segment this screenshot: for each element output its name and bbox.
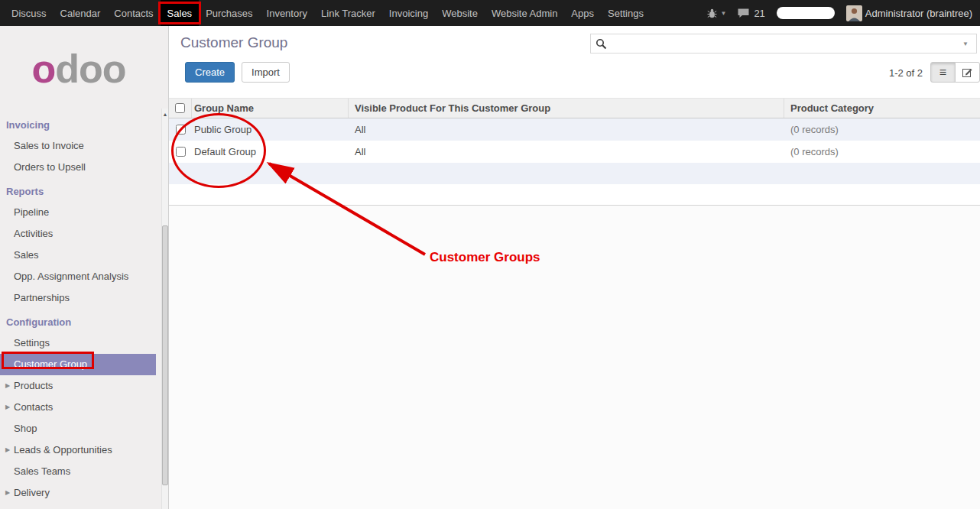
customer-group-table: Group Name Visible Product For This Cust… <box>169 98 980 206</box>
cell-group-name: Default Group <box>192 146 349 157</box>
form-view-button[interactable] <box>955 62 980 83</box>
nav-sales[interactable]: Sales <box>161 0 200 26</box>
cell-visible-product: All <box>349 146 784 157</box>
table-row-public-group[interactable]: Public Group All (0 records) <box>169 118 980 141</box>
nav-settings[interactable]: Settings <box>601 0 651 26</box>
sidebar-item-leads-opportunities[interactable]: ▶Leads & Opportunities <box>0 439 156 461</box>
list-view-button[interactable]: ≡ <box>930 62 956 83</box>
sidebar-item-shop[interactable]: Shop <box>0 418 156 439</box>
nav-website-admin[interactable]: Website Admin <box>485 0 564 26</box>
debug-menu[interactable]: ▼ <box>707 8 726 18</box>
nav-website[interactable]: Website <box>435 0 485 26</box>
search-options-caret-icon[interactable]: ▼ <box>959 41 972 47</box>
sidebar-item-label: Customer Group <box>14 358 87 370</box>
user-name: Administrator (braintree) <box>865 8 972 19</box>
column-header-visible-product[interactable]: Visible Product For This Customer Group <box>349 99 784 118</box>
scrollbar-thumb[interactable] <box>162 225 168 485</box>
page-title: Customer Group <box>180 34 287 51</box>
sidebar-section-configuration: Configuration <box>0 309 156 332</box>
nav-invoicing[interactable]: Invoicing <box>382 0 435 26</box>
search-bar: ▼ <box>590 34 977 53</box>
sidebar-scrollbar[interactable]: ▲ <box>161 109 168 509</box>
sidebar-item-contacts[interactable]: ▶Contacts <box>0 397 156 418</box>
create-button[interactable]: Create <box>185 62 235 83</box>
cell-group-name: Public Group <box>192 124 349 135</box>
sidebar-item-orders-to-upsell[interactable]: Orders to Upsell <box>0 157 156 178</box>
row-checkbox[interactable] <box>176 147 186 157</box>
sidebar-nav: Invoicing Sales to Invoice Orders to Ups… <box>0 112 156 504</box>
search-input[interactable] <box>611 38 959 50</box>
messages-count: 21 <box>754 8 764 19</box>
sidebar-item-activities[interactable]: Activities <box>0 223 156 245</box>
nav-apps[interactable]: Apps <box>564 0 601 26</box>
table-header-row: Group Name Visible Product For This Cust… <box>169 98 980 118</box>
user-avatar <box>846 5 862 21</box>
sidebar: odoo Invoicing Sales to Invoice Orders t… <box>0 26 168 509</box>
chevron-right-icon: ▶ <box>5 439 10 461</box>
nav-calendar[interactable]: Calendar <box>54 0 108 26</box>
sidebar-item-customer-group[interactable]: Customer Group <box>0 354 156 375</box>
control-panel: Customer Group ▼ Create Import 1-2 of 2 <box>169 26 980 98</box>
nav-inventory[interactable]: Inventory <box>260 0 314 26</box>
messages-menu[interactable]: 21 <box>738 8 764 19</box>
odoo-logo: odoo <box>0 26 168 112</box>
logo-letter-magenta: o <box>31 46 55 92</box>
sidebar-item-delivery[interactable]: ▶Delivery <box>0 482 156 504</box>
sidebar-item-pipeline[interactable]: Pipeline <box>0 202 156 223</box>
sidebar-item-sales-teams[interactable]: Sales Teams <box>0 461 156 482</box>
empty-row <box>169 184 980 206</box>
app-menu: Discuss Calendar Contacts Sales Purchase… <box>0 0 651 26</box>
edit-icon <box>962 67 972 77</box>
empty-row <box>169 163 980 184</box>
nav-link-tracker[interactable]: Link Tracker <box>314 0 382 26</box>
cell-visible-product: All <box>349 124 784 135</box>
action-buttons: Create Import <box>185 62 290 83</box>
chevron-right-icon: ▶ <box>5 482 10 504</box>
sidebar-item-sales[interactable]: Sales <box>0 245 156 266</box>
row-checkbox[interactable] <box>176 125 186 135</box>
top-navbar: Discuss Calendar Contacts Sales Purchase… <box>0 0 980 26</box>
nav-purchases[interactable]: Purchases <box>199 0 259 26</box>
pager-text: 1-2 of 2 <box>889 67 923 79</box>
caret-down-icon: ▼ <box>720 10 726 17</box>
table-row-default-group[interactable]: Default Group All (0 records) <box>169 141 980 163</box>
view-switcher: ≡ <box>930 62 980 83</box>
sidebar-item-label: Delivery <box>14 487 50 498</box>
scroll-up-icon[interactable]: ▲ <box>162 109 168 117</box>
status-pill <box>777 7 835 19</box>
topbar-right: ▼ 21 Administrator (braintree) <box>707 0 980 26</box>
sidebar-item-partnerships[interactable]: Partnerships <box>0 287 156 309</box>
bug-icon <box>707 8 717 18</box>
nav-discuss[interactable]: Discuss <box>5 0 54 26</box>
chat-bubble-icon <box>738 8 749 18</box>
main-content: Customer Group ▼ Create Import 1-2 of 2 <box>168 26 980 509</box>
user-menu[interactable]: Administrator (braintree) <box>846 5 972 21</box>
chevron-right-icon: ▶ <box>5 375 10 397</box>
odoo-window: Discuss Calendar Contacts Sales Purchase… <box>0 0 980 509</box>
sidebar-section-reports: Reports <box>0 178 156 202</box>
sidebar-section-invoicing: Invoicing <box>0 112 156 135</box>
column-header-group-name[interactable]: Group Name <box>192 99 349 118</box>
sidebar-item-label: Contacts <box>14 401 53 413</box>
nav-contacts[interactable]: Contacts <box>107 0 160 26</box>
import-button[interactable]: Import <box>242 62 290 83</box>
list-icon: ≡ <box>939 66 946 79</box>
cell-product-category: (0 records) <box>784 146 980 157</box>
select-all-checkbox[interactable] <box>175 103 185 113</box>
sidebar-item-products[interactable]: ▶Products <box>0 375 156 397</box>
cell-product-category: (0 records) <box>784 124 980 135</box>
sidebar-item-label: Leads & Opportunities <box>14 444 112 456</box>
chevron-right-icon: ▶ <box>5 397 10 418</box>
sidebar-item-label: Products <box>14 380 53 391</box>
sidebar-item-settings[interactable]: Settings <box>0 332 156 354</box>
sidebar-item-opp-assignment-analysis[interactable]: Opp. Assignment Analysis <box>0 266 156 287</box>
sidebar-item-sales-to-invoice[interactable]: Sales to Invoice <box>0 135 156 157</box>
nav-sales-label: Sales <box>167 8 193 19</box>
content-background <box>169 206 980 509</box>
search-icon <box>595 38 607 50</box>
logo-letters-gray: doo <box>55 46 125 92</box>
column-header-product-category[interactable]: Product Category <box>784 99 980 118</box>
